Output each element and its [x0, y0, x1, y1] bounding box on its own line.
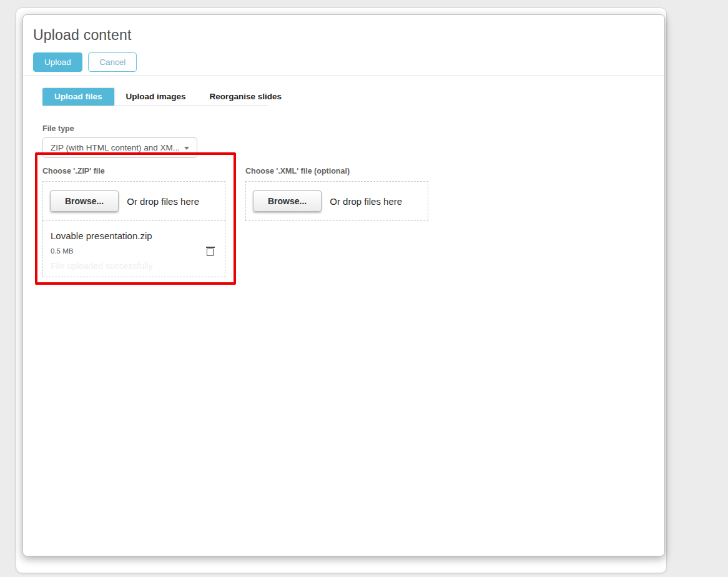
chevron-down-icon: [184, 147, 189, 150]
upload-columns: Choose '.ZIP' file Browse... Or drop fil…: [42, 167, 664, 277]
xml-drop-hint: Or drop files here: [330, 196, 402, 207]
xml-dropzone[interactable]: Browse... Or drop files here: [245, 181, 428, 221]
upload-content-modal: Upload content Upload Cancel Upload file…: [22, 14, 665, 556]
uploaded-file-item: Lovable presentation.zip 0.5 MB File upl…: [42, 220, 225, 277]
tab-reorganise-slides[interactable]: Reorganise slides: [198, 88, 294, 106]
xml-file-label: Choose '.XML' file (optional): [245, 167, 428, 175]
modal-header: Upload content Upload Cancel: [23, 15, 664, 76]
trash-icon: [207, 249, 214, 256]
file-name: Lovable presentation.zip: [51, 230, 217, 241]
delete-file-button[interactable]: [206, 247, 214, 255]
cancel-button[interactable]: Cancel: [88, 52, 137, 72]
zip-browse-button[interactable]: Browse...: [50, 190, 119, 212]
zip-drop-hint: Or drop files here: [127, 196, 199, 207]
tab-upload-files[interactable]: Upload files: [42, 88, 114, 106]
upload-status-text: File uploaded successfully: [51, 261, 217, 271]
zip-dropzone[interactable]: Browse... Or drop files here: [42, 181, 225, 221]
tab-bar: Upload files Upload images Reorganise sl…: [42, 88, 268, 106]
upload-button[interactable]: Upload: [33, 52, 82, 72]
file-meta-row: 0.5 MB: [51, 247, 217, 255]
xml-upload-section: Choose '.XML' file (optional) Browse... …: [245, 167, 428, 277]
tab-upload-images[interactable]: Upload images: [114, 88, 198, 106]
file-size: 0.5 MB: [51, 247, 73, 255]
page-title: Upload content: [33, 27, 654, 44]
page-container: Upload content Upload Cancel Upload file…: [16, 7, 667, 573]
zip-upload-section: Choose '.ZIP' file Browse... Or drop fil…: [42, 167, 225, 277]
file-type-label: File type: [42, 124, 664, 133]
file-type-selected-value: ZIP (with HTML content) and XM...: [51, 143, 180, 152]
action-button-row: Upload Cancel: [33, 52, 654, 75]
xml-browse-button[interactable]: Browse...: [253, 190, 322, 212]
zip-file-label: Choose '.ZIP' file: [42, 167, 225, 175]
file-type-select[interactable]: ZIP (with HTML content) and XM...: [42, 137, 197, 158]
